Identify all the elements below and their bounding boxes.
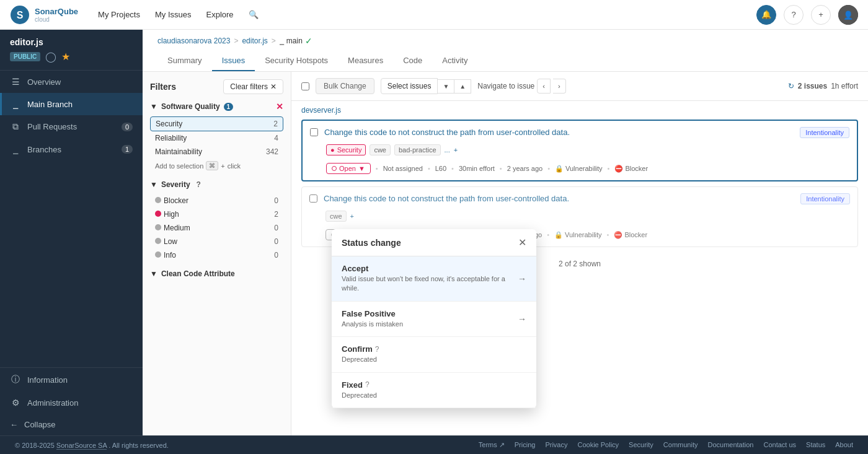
tab-measures[interactable]: Measures: [338, 51, 393, 71]
sidebar-item-label-main-branch: Main Branch: [27, 100, 73, 109]
footer-copyright: © 2018-2025 SonarSource SA . All rights …: [15, 442, 169, 449]
issue-card-1-header: Change this code to not construct the pa…: [303, 121, 857, 144]
avatar-icon: 👤: [838, 5, 858, 25]
status-option-confirm[interactable]: Confirm ? Deprecated: [332, 337, 536, 372]
issue-1-status-label: Open: [339, 165, 356, 172]
sidebar-item-administration[interactable]: ⚙ Administration: [0, 391, 143, 414]
software-quality-clear-icon[interactable]: ✕: [276, 102, 283, 111]
fixed-help-icon: ?: [365, 380, 370, 389]
filter-high[interactable]: High 2: [150, 207, 283, 221]
confirm-help-icon: ?: [375, 345, 379, 354]
project-badges: PUBLIC ◯ ★: [10, 51, 133, 63]
star-icon[interactable]: ★: [61, 51, 70, 63]
tab-summary[interactable]: Summary: [157, 51, 212, 71]
status-option-fixed[interactable]: Fixed ? Deprecated: [332, 373, 536, 408]
filter-blocker[interactable]: Blocker 0: [150, 194, 283, 207]
notifications-button[interactable]: 🔔: [756, 5, 776, 25]
sidebar-item-branches[interactable]: ⎯ Branches 1: [0, 138, 143, 160]
tab-issues[interactable]: Issues: [212, 51, 255, 71]
click-label: click: [228, 162, 241, 170]
select-issues-button[interactable]: Select issues: [381, 78, 438, 94]
select-issues-down-arrow[interactable]: ▼: [438, 79, 454, 94]
branch-indicator: ⎯ main ✓: [280, 36, 312, 46]
company-link[interactable]: SonarSource SA: [56, 442, 107, 450]
issue-1-age: 2 years ago: [507, 165, 542, 172]
filter-info[interactable]: Info 0: [150, 248, 283, 262]
issue-1-add-tag[interactable]: +: [454, 146, 458, 154]
footer-terms-link[interactable]: Terms ↗: [479, 441, 505, 449]
tab-code[interactable]: Code: [393, 51, 432, 71]
filter-maintainability[interactable]: Maintainability 342: [150, 145, 283, 159]
footer-contact-link[interactable]: Contact us: [763, 441, 796, 449]
sidebar-item-overview[interactable]: ☰ Overview: [0, 71, 143, 93]
sonarqube-logo-icon: S: [10, 5, 30, 25]
security-tag-label: Security: [337, 146, 362, 154]
breadcrumb-org[interactable]: claudiasonarova 2023: [157, 37, 230, 45]
select-all-checkbox[interactable]: [301, 82, 309, 90]
status-dialog-close-button[interactable]: ✕: [518, 237, 526, 248]
add-to-selection-hint: Add to selection ⌘ + click: [150, 159, 283, 173]
issue-2-type: 🔒 Vulnerability: [554, 231, 602, 239]
filter-reliability[interactable]: Reliability 4: [150, 131, 283, 145]
status-option-false-positive[interactable]: False Positive Analysis is mistaken →: [332, 302, 536, 337]
accept-option-desc: Valid issue but won't be fixed now, it's…: [342, 274, 518, 294]
user-avatar[interactable]: 👤: [838, 5, 858, 25]
footer-cookie-policy-link[interactable]: Cookie Policy: [577, 441, 619, 449]
footer-privacy-link[interactable]: Privacy: [545, 441, 567, 449]
explore-link[interactable]: Explore: [206, 10, 234, 19]
filter-header: Filters Clear filters ✕: [150, 79, 283, 94]
clear-filters-button[interactable]: Clear filters ✕: [223, 79, 283, 94]
fixed-option-content: Fixed ? Deprecated: [342, 380, 526, 400]
visibility-badge: PUBLIC: [10, 52, 40, 61]
help-button[interactable]: ?: [784, 5, 804, 25]
footer-documentation-link[interactable]: Documentation: [707, 441, 753, 449]
confirm-option-title: Confirm ?: [342, 344, 526, 354]
sidebar-item-pull-requests[interactable]: ⧉ Pull Requests 0: [0, 115, 143, 138]
breadcrumb-project[interactable]: editor.js: [242, 37, 267, 45]
footer-community-link[interactable]: Community: [663, 441, 698, 449]
branch-icon: ⎯: [10, 99, 21, 109]
tab-activity[interactable]: Activity: [432, 51, 477, 71]
issues-toolbar: Bulk Change Select issues ▼ ▲ Navigate t…: [291, 72, 868, 101]
navigate-next-button[interactable]: ›: [553, 79, 566, 94]
footer-about-link[interactable]: About: [835, 441, 853, 449]
filter-security[interactable]: Security 2: [150, 116, 283, 131]
issue-2-checkbox[interactable]: [309, 194, 317, 203]
my-projects-link[interactable]: My Projects: [98, 10, 140, 19]
overview-icon: ☰: [10, 77, 21, 87]
tab-security-hotspots[interactable]: Security Hotspots: [255, 51, 338, 71]
filter-low[interactable]: Low 0: [150, 235, 283, 248]
issue-1-checkbox[interactable]: [310, 128, 318, 136]
footer-security-link[interactable]: Security: [629, 441, 653, 449]
software-quality-header[interactable]: ▼ Software Quality 1 ✕: [150, 102, 283, 111]
clean-code-header[interactable]: ▼ Clean Code Attribute: [150, 269, 283, 278]
navigate-prev-button[interactable]: ‹: [537, 79, 551, 94]
severity-help-icon[interactable]: ?: [197, 180, 201, 189]
medium-label: Medium: [164, 224, 190, 232]
bulk-change-button[interactable]: Bulk Change: [316, 78, 374, 94]
clean-code-filter: ▼ Clean Code Attribute: [150, 269, 283, 278]
status-option-accept[interactable]: Accept Valid issue but won't be fixed no…: [332, 256, 536, 302]
issue-2-title[interactable]: Change this code to not construct the pa…: [324, 193, 794, 204]
footer-pricing-link[interactable]: Pricing: [515, 441, 536, 449]
refresh-icon[interactable]: ↻: [788, 82, 794, 90]
issue-2-severity-label: Blocker: [624, 231, 647, 238]
severity-header[interactable]: ▼ Severity ?: [150, 180, 283, 189]
sidebar-item-main-branch[interactable]: ⎯ Main Branch: [0, 93, 143, 115]
issue-2-add-tag[interactable]: +: [350, 212, 354, 220]
sidebar-item-information[interactable]: ⓘ Information: [0, 368, 143, 391]
select-issues-group: Select issues ▼ ▲: [381, 78, 472, 94]
issue-1-more-tags[interactable]: ...: [445, 146, 450, 154]
filter-reliability-count: 4: [274, 134, 278, 142]
footer-status-link[interactable]: Status: [806, 441, 825, 449]
my-issues-link[interactable]: My Issues: [155, 10, 192, 19]
issue-1-title[interactable]: Change this code to not construct the pa…: [324, 127, 794, 138]
issue-2-cwe-tag: cwe: [326, 211, 347, 222]
issue-1-status-button[interactable]: Open ▼: [326, 163, 371, 174]
collapse-sidebar-button[interactable]: ← Collapse: [0, 414, 143, 435]
select-issues-up-arrow[interactable]: ▲: [454, 79, 471, 94]
blocker-count: 0: [274, 196, 278, 205]
add-button[interactable]: +: [811, 5, 831, 25]
filter-medium[interactable]: Medium 0: [150, 221, 283, 235]
search-icon[interactable]: 🔍: [249, 10, 259, 19]
